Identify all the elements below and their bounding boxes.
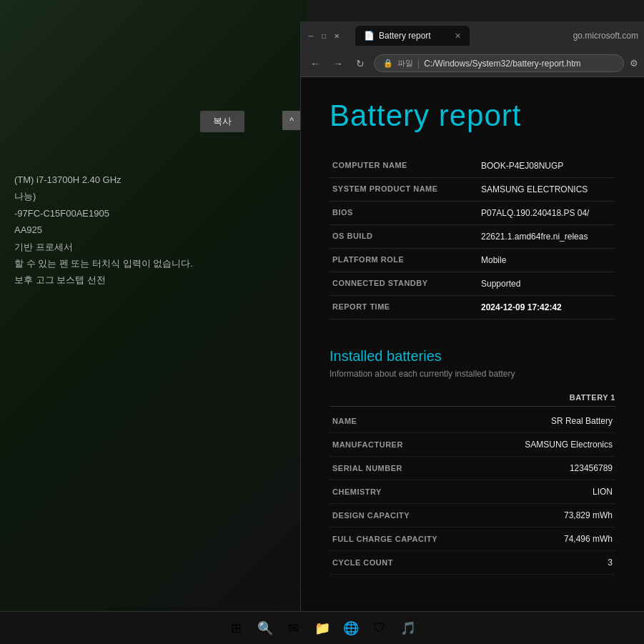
line-5: 할 수 있는 펜 또는 터치식 입력이 없습니다. (14, 255, 293, 272)
page-content: Battery report COMPUTER NAMEBOOK-P4EJ08N… (301, 77, 644, 636)
system-info-label: CONNECTED STANDBY (330, 272, 478, 296)
battery-info-value: LION (478, 480, 615, 504)
back-button[interactable]: ← (307, 56, 324, 71)
line-3: AA925 (14, 222, 293, 238)
system-info-label: SYSTEM PRODUCT NAME (330, 178, 478, 202)
refresh-button[interactable]: ↻ (352, 56, 368, 71)
battery-info-value: 74,496 mWh (478, 527, 615, 551)
window-controls: ─ □ ✕ (307, 31, 341, 40)
taskbar-browser-icon[interactable]: 🌐 (338, 615, 364, 641)
active-tab[interactable]: 📄 Battery report ✕ (355, 26, 470, 46)
system-info-value: P07ALQ.190.240418.PS 04/ (478, 202, 615, 225)
tab-bar: 📄 Battery report ✕ (350, 26, 475, 46)
taskbar-start-button[interactable]: ⊞ (224, 615, 249, 641)
battery-info-value: 3 (478, 551, 615, 575)
forward-button[interactable]: → (330, 56, 347, 71)
tab-label: Battery report (379, 31, 431, 41)
cpu-line: (TM) i7-13700H 2.40 GHz (14, 172, 293, 188)
system-info-value: Supported (478, 272, 615, 296)
battery-info-label: DESIGN CAPACITY (330, 504, 478, 527)
browser-chrome: ─ □ ✕ 📄 Battery report ✕ go.microsoft.co… (301, 21, 644, 77)
tab-close-button[interactable]: ✕ (455, 31, 461, 41)
battery-info-label: SERIAL NUMBER (330, 457, 478, 480)
taskbar: ⊞ 🔍 ✉ 📁 🌐 🛡 🎵 (0, 611, 644, 644)
system-info-table: COMPUTER NAMEBOOK-P4EJ08NUGPSYSTEM PRODU… (330, 154, 615, 319)
system-info-text: (TM) i7-13700H 2.40 GHz 나능) -97FC-C15F00… (14, 172, 293, 289)
line-4: 기반 프로세서 (14, 239, 293, 255)
taskbar-music-icon[interactable]: 🎵 (395, 615, 421, 641)
system-info-value: 22621.1.amd64fre.ni_releas (478, 225, 615, 249)
installed-batteries-section: Installed batteries Information about ea… (330, 348, 615, 575)
file-label: 파일 (397, 58, 413, 69)
battery-info-value: SAMSUNG Electronics (478, 433, 615, 457)
page-title: Battery report (330, 99, 615, 133)
battery-info-label: NAME (330, 410, 478, 433)
batteries-section-title: Installed batteries (330, 348, 615, 365)
address-bar: ← → ↻ 🔒 파일 | C:/Windows/System32/battery… (301, 50, 644, 76)
battery-info-label: MANUFACTURER (330, 433, 478, 457)
system-info-label: PLATFORM ROLE (330, 249, 478, 272)
system-info-label: COMPUTER NAME (330, 154, 478, 178)
battery-table: NAMESR Real BatteryMANUFACTURERSAMSUNG E… (330, 410, 615, 575)
lock-icon: 🔒 (383, 59, 393, 68)
battery-info-label: FULL CHARGE CAPACITY (330, 527, 478, 551)
browser-window: ─ □ ✕ 📄 Battery report ✕ go.microsoft.co… (300, 21, 644, 636)
battery-info-value: 73,829 mWh (478, 504, 615, 527)
maximize-button[interactable]: □ (319, 31, 328, 40)
system-info-value: BOOK-P4EJ08NUGP (478, 154, 615, 178)
taskbar-search-icon[interactable]: 🔍 (252, 615, 278, 641)
system-info-label: OS BUILD (330, 225, 478, 249)
system-info-label: BIOS (330, 202, 478, 225)
chevron-button[interactable]: ^ (282, 111, 301, 130)
separator: | (417, 59, 420, 69)
tab-page-icon: 📄 (364, 31, 375, 41)
line-2: -97FC-C15F00AE1905 (14, 205, 293, 222)
address-input-field[interactable]: 🔒 파일 | C:/Windows/System32/battery-repor… (374, 54, 624, 72)
batteries-section-subtitle: Information about each currently install… (330, 369, 615, 379)
battery-info-label: CYCLE COUNT (330, 551, 478, 575)
system-info-value: SAMSUNG ELECTRONICS (478, 178, 615, 202)
taskbar-security-icon[interactable]: 🛡 (367, 615, 392, 641)
url-text: C:/Windows/System32/battery-report.htm (424, 59, 580, 69)
battery-info-value: SR Real Battery (478, 410, 615, 433)
taskbar-files-icon[interactable]: 📁 (309, 615, 335, 641)
minimize-button[interactable]: ─ (307, 31, 315, 40)
system-info-label: REPORT TIME (330, 296, 478, 319)
system-info-value: Mobile (478, 249, 615, 272)
battery-info-value: 123456789 (478, 457, 615, 480)
battery-info-label: CHEMISTRY (330, 480, 478, 504)
title-bar: ─ □ ✕ 📄 Battery report ✕ go.microsoft.co… (301, 21, 644, 50)
system-info-value: 2024-12-09 17:42:42 (478, 296, 615, 319)
close-button[interactable]: ✕ (332, 31, 341, 40)
settings-icon[interactable]: ⚙ (630, 58, 638, 69)
line-7: 보후 고그 보스텝 선전 (14, 272, 293, 288)
copy-button[interactable]: 복사 (200, 111, 244, 132)
taskbar-mail-icon[interactable]: ✉ (281, 615, 307, 641)
left-panel: 복사 ^ (TM) i7-13700H 2.40 GHz 나능) -97FC-C… (0, 0, 307, 622)
line-1: 나능) (14, 188, 293, 204)
extension-area: ⚙ (630, 58, 638, 69)
external-site-label: go.microsoft.com (573, 31, 638, 41)
battery-header: BATTERY 1 (330, 393, 615, 407)
